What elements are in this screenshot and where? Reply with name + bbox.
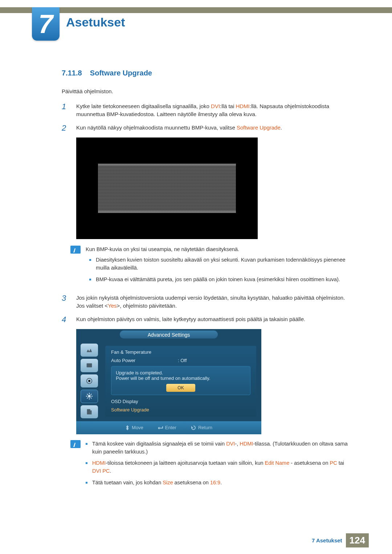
note-bullet: Diaesityksen kuvien toiston suositeltu a… <box>96 256 348 272</box>
osd-side-picture-icon[interactable] <box>81 344 98 357</box>
svg-rect-5 <box>87 409 90 414</box>
osd-row-software-upgrade[interactable]: Software Upgrade <box>111 407 250 413</box>
section-number: 7.11.8 <box>62 69 82 77</box>
section-title: Software Upgrade <box>90 69 152 77</box>
step-2: 2 Kun näytöllä näkyy ohjelmakoodista muu… <box>62 124 348 132</box>
highlight-hdmi: HDMI <box>92 460 106 466</box>
step-number: 1 <box>62 102 70 119</box>
highlight-software-upgrade: Software Upgrade <box>237 124 281 131</box>
step-number: 2 <box>62 124 70 132</box>
note-bullets: Diaesityksen kuvien toiston suositeltu a… <box>86 256 348 283</box>
highlight-hdmi: HDMI <box>236 103 249 109</box>
step-4: 4 Kun ohjelmiston päivitys on valmis, la… <box>62 315 348 324</box>
note-body: Kun BMP-kuvia on yksi tai useampia, ne n… <box>86 246 348 287</box>
step-number: 4 <box>62 315 70 324</box>
svg-marker-0 <box>87 349 92 352</box>
step-1-text: Kytke laite tietokoneeseen digitaalisell… <box>76 102 348 119</box>
figure-bmp-static <box>76 138 258 239</box>
highlight-16-9: 16:9 <box>210 480 220 485</box>
note-lead: Kun BMP-kuvia on yksi tai useampia, ne n… <box>86 246 348 254</box>
osd-hint-enter: Enter <box>158 425 176 430</box>
highlight-pc: PC <box>330 460 337 466</box>
step-3-text: Jos jokin nykyistä ohjelmistoversiota uu… <box>76 294 348 310</box>
osd-hint-move: Move <box>125 425 143 430</box>
highlight-dvi-pc: DVI PC <box>92 468 110 474</box>
chapter-title: Asetukset <box>66 15 125 29</box>
highlight-yes: Yes <box>108 303 117 309</box>
note-bullet: BMP-kuvaa ei välttämättä pureta, jos sen… <box>96 276 348 284</box>
osd-side-info-icon[interactable] <box>81 405 98 418</box>
osd-row-osd-display[interactable]: OSD Display <box>111 399 250 404</box>
note-bullet: Tämä koskee vain digitaalisia signaaleja… <box>92 440 348 456</box>
osd-side-settings-icon[interactable] <box>81 390 98 403</box>
page-footer: 7 Asetukset 124 <box>0 533 392 547</box>
osd-footer: Move Enter Return <box>76 421 261 434</box>
svg-point-4 <box>88 395 90 398</box>
note-block-2: Tämä koskee vain digitaalisia signaaleja… <box>70 440 348 491</box>
note-body: Tämä koskee vain digitaalisia signaaleja… <box>86 440 348 491</box>
highlight-dvi: DVI <box>226 441 235 447</box>
osd-dialog: Upgrade is completed. Power will be off … <box>111 366 250 395</box>
step-number: 3 <box>62 294 70 310</box>
osd-dialog-line2: Power will be off and turned on automati… <box>116 376 246 381</box>
figure-osd-screenshot: Advanced Settings Fan & Temperature Auto… <box>76 329 261 434</box>
highlight-hdmi: HDMI <box>240 441 253 447</box>
svg-rect-6 <box>90 410 92 414</box>
chapter-badge: 7 <box>32 7 60 41</box>
step-2-text: Kun näytöllä näkyy ohjelmakoodista muunn… <box>76 124 348 132</box>
osd-dialog-line1: Upgrade is completed. <box>116 370 246 376</box>
osd-ok-button[interactable]: OK <box>166 384 195 392</box>
note-block-1: Kun BMP-kuvia on yksi tai useampia, ne n… <box>70 246 348 287</box>
step-4-text: Kun ohjelmiston päivitys on valmis, lait… <box>76 315 348 324</box>
svg-rect-1 <box>87 364 92 368</box>
osd-side-screen-icon[interactable] <box>81 359 98 372</box>
svg-point-3 <box>88 380 90 382</box>
note-bullets: Tämä koskee vain digitaalisia signaaleja… <box>86 440 348 487</box>
step-1: 1 Kytke laite tietokoneeseen digitaalise… <box>62 102 348 119</box>
osd-side-radar-icon[interactable] <box>81 374 98 387</box>
osd-title: Advanced Settings <box>148 332 190 338</box>
osd-hint-return: Return <box>191 425 212 430</box>
page-content: 7.11.8 Software Upgrade Päivittää ohjelm… <box>62 69 348 497</box>
osd-sidebar <box>81 344 99 418</box>
osd-title-bar: Advanced Settings <box>76 329 261 341</box>
page-number: 124 <box>346 533 369 547</box>
highlight-edit-name: Edit Name <box>265 460 290 466</box>
osd-auto-power-value: : Off <box>178 358 187 363</box>
step-3: 3 Jos jokin nykyistä ohjelmistoversiota … <box>62 294 348 310</box>
osd-main-panel: Fan & Temperature Auto Power : Off Upgra… <box>105 346 256 417</box>
static-noise-area <box>98 164 236 213</box>
highlight-dvi: DVI <box>211 103 220 109</box>
section-heading: 7.11.8 Software Upgrade <box>62 69 348 77</box>
intro-paragraph: Päivittää ohjelmiston. <box>62 87 348 96</box>
note-icon <box>70 246 81 254</box>
osd-row-auto-power[interactable]: Auto Power : Off <box>111 358 250 363</box>
note-icon <box>70 440 81 448</box>
highlight-size: Size <box>163 480 173 485</box>
note-bullet: Tätä tuetaan vain, jos kohdan Size asetu… <box>92 479 348 487</box>
osd-row-fan[interactable]: Fan & Temperature <box>111 349 250 355</box>
chapter-number: 7 <box>38 9 53 39</box>
footer-breadcrumb: 7 Asetukset <box>312 537 342 543</box>
note-bullet: HDMI-tiloissa tietokoneen ja laitteen aj… <box>92 459 348 475</box>
